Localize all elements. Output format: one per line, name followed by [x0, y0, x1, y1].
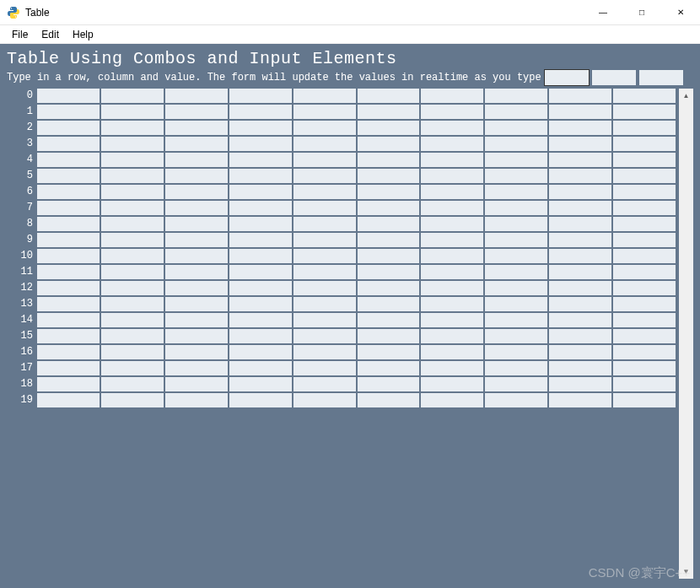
table-cell[interactable]: [358, 89, 420, 103]
table-cell[interactable]: [293, 137, 356, 151]
table-cell[interactable]: [101, 265, 164, 279]
table-cell[interactable]: [229, 249, 292, 263]
table-cell[interactable]: [101, 297, 164, 311]
table-cell[interactable]: [421, 361, 483, 375]
table-cell[interactable]: [229, 313, 292, 327]
table-cell[interactable]: [613, 249, 676, 263]
table-cell[interactable]: [613, 297, 676, 311]
table-cell[interactable]: [165, 265, 228, 279]
table-cell[interactable]: [37, 377, 100, 391]
table-cell[interactable]: [421, 313, 483, 327]
table-cell[interactable]: [165, 185, 228, 199]
table-cell[interactable]: [165, 313, 228, 327]
table-cell[interactable]: [229, 345, 292, 359]
table-cell[interactable]: [165, 137, 228, 151]
table-cell[interactable]: [485, 169, 547, 183]
maximize-button[interactable]: □: [622, 0, 661, 24]
column-input[interactable]: [592, 70, 636, 85]
table-cell[interactable]: [358, 249, 420, 263]
table-cell[interactable]: [293, 265, 356, 279]
table-cell[interactable]: [293, 201, 356, 215]
table-cell[interactable]: [293, 329, 356, 343]
table-cell[interactable]: [229, 153, 292, 167]
menu-file[interactable]: File: [5, 27, 35, 42]
table-cell[interactable]: [358, 329, 420, 343]
table-cell[interactable]: [358, 185, 420, 199]
table-cell[interactable]: [421, 265, 483, 279]
table-cell[interactable]: [421, 217, 483, 231]
table-cell[interactable]: [613, 377, 676, 391]
table-cell[interactable]: [549, 313, 611, 327]
table-cell[interactable]: [101, 201, 164, 215]
table-cell[interactable]: [358, 153, 420, 167]
table-cell[interactable]: [293, 121, 356, 135]
table-cell[interactable]: [37, 249, 100, 263]
table-cell[interactable]: [37, 217, 100, 231]
table-cell[interactable]: [613, 281, 676, 295]
table-cell[interactable]: [165, 329, 228, 343]
menu-help[interactable]: Help: [66, 27, 100, 42]
table-cell[interactable]: [549, 121, 611, 135]
table-cell[interactable]: [613, 313, 676, 327]
table-cell[interactable]: [485, 313, 547, 327]
table-cell[interactable]: [101, 249, 164, 263]
table-cell[interactable]: [165, 377, 228, 391]
table-cell[interactable]: [37, 345, 100, 359]
close-button[interactable]: ✕: [661, 0, 700, 24]
table-cell[interactable]: [485, 105, 547, 119]
table-cell[interactable]: [549, 377, 611, 391]
table-cell[interactable]: [613, 121, 676, 135]
table-cell[interactable]: [229, 185, 292, 199]
table-cell[interactable]: [421, 281, 483, 295]
table-cell[interactable]: [421, 89, 483, 103]
table-cell[interactable]: [358, 265, 420, 279]
table-cell[interactable]: [358, 361, 420, 375]
table-cell[interactable]: [421, 377, 483, 391]
table-cell[interactable]: [229, 201, 292, 215]
table-cell[interactable]: [37, 361, 100, 375]
table-cell[interactable]: [485, 265, 547, 279]
table-cell[interactable]: [229, 297, 292, 311]
table-cell[interactable]: [358, 121, 420, 135]
table-cell[interactable]: [37, 393, 100, 407]
table-cell[interactable]: [293, 345, 356, 359]
table-cell[interactable]: [421, 393, 483, 407]
table-cell[interactable]: [101, 233, 164, 247]
table-cell[interactable]: [485, 137, 547, 151]
table-cell[interactable]: [485, 281, 547, 295]
table-cell[interactable]: [613, 393, 676, 407]
table-cell[interactable]: [358, 393, 420, 407]
table-cell[interactable]: [485, 345, 547, 359]
table-cell[interactable]: [485, 377, 547, 391]
table-cell[interactable]: [549, 361, 611, 375]
value-input[interactable]: [639, 70, 683, 85]
table-cell[interactable]: [37, 265, 100, 279]
table-cell[interactable]: [358, 217, 420, 231]
table-cell[interactable]: [37, 153, 100, 167]
table-cell[interactable]: [229, 89, 292, 103]
table-cell[interactable]: [293, 393, 356, 407]
table-cell[interactable]: [485, 233, 547, 247]
table-cell[interactable]: [549, 233, 611, 247]
scroll-down-icon[interactable]: ▼: [679, 564, 693, 579]
table-cell[interactable]: [358, 377, 420, 391]
table-cell[interactable]: [229, 233, 292, 247]
table-cell[interactable]: [37, 121, 100, 135]
table-cell[interactable]: [421, 201, 483, 215]
table-cell[interactable]: [229, 137, 292, 151]
table-cell[interactable]: [37, 281, 100, 295]
table-cell[interactable]: [229, 281, 292, 295]
table-cell[interactable]: [165, 393, 228, 407]
table-cell[interactable]: [358, 297, 420, 311]
table-cell[interactable]: [37, 233, 100, 247]
table-cell[interactable]: [37, 105, 100, 119]
table-cell[interactable]: [101, 105, 164, 119]
table-cell[interactable]: [613, 201, 676, 215]
table-cell[interactable]: [485, 201, 547, 215]
table-cell[interactable]: [421, 169, 483, 183]
table-cell[interactable]: [613, 233, 676, 247]
table-cell[interactable]: [549, 153, 611, 167]
table-cell[interactable]: [293, 89, 356, 103]
table-cell[interactable]: [421, 297, 483, 311]
table-cell[interactable]: [165, 89, 228, 103]
